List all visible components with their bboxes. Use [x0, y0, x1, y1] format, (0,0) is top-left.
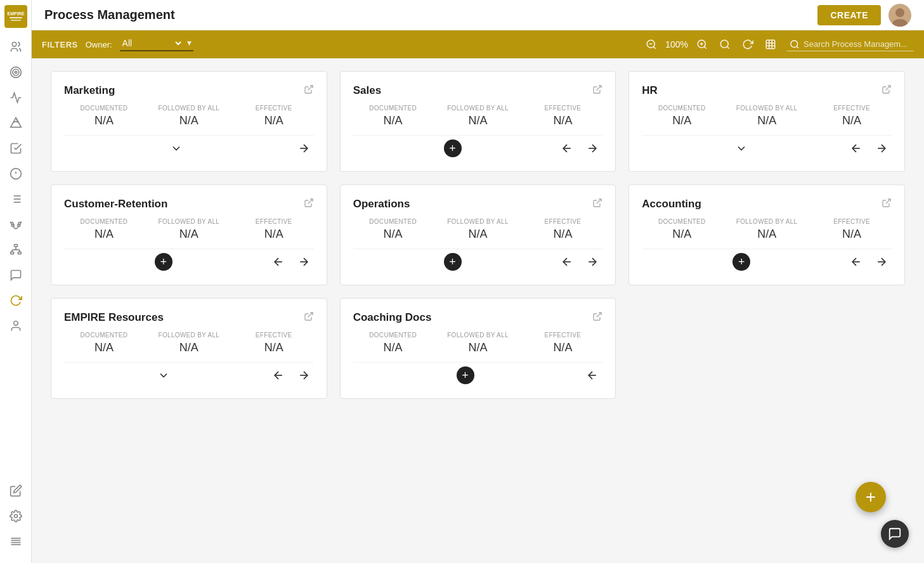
- sidebar-item-contact[interactable]: [4, 314, 27, 337]
- search-bar[interactable]: [787, 38, 914, 51]
- sidebar-item-menu-lines[interactable]: [4, 530, 27, 553]
- svg-line-40: [704, 46, 706, 48]
- card-coaching-docs: Coaching Docs Documented N/A Followed By…: [340, 298, 616, 399]
- card-header-er: EMPIRE Resources: [64, 311, 314, 324]
- arrow-left-btn-hr[interactable]: [846, 138, 866, 159]
- chevron-down-btn-er[interactable]: [153, 365, 174, 385]
- add-btn-sales[interactable]: +: [444, 139, 462, 157]
- sidebar-item-chart[interactable]: [4, 86, 27, 109]
- card-operations: Operations Documented N/A Followed By Al…: [340, 184, 616, 285]
- main-content: Process Management CREATE FILTERS Owner:…: [32, 0, 924, 563]
- followed-label: Followed By All: [149, 105, 229, 112]
- arrow-right-btn-hr[interactable]: [871, 138, 892, 159]
- card-footer-cr: +: [64, 249, 314, 272]
- card-header-cd: Coaching Docs: [353, 311, 603, 324]
- header: Process Management CREATE: [32, 0, 924, 30]
- arrow-left-btn-er[interactable]: [268, 365, 289, 385]
- arrow-right-btn-acct[interactable]: [871, 252, 892, 272]
- add-btn-ops[interactable]: +: [444, 253, 462, 271]
- owner-select[interactable]: All: [120, 37, 183, 49]
- arrow-right-btn-marketing[interactable]: [294, 138, 314, 159]
- card-title-ops: Operations: [353, 198, 410, 210]
- svg-rect-20: [14, 245, 17, 247]
- sidebar-item-mountain[interactable]: [4, 112, 27, 134]
- sidebar-item-target[interactable]: [4, 61, 27, 84]
- chat-button[interactable]: [881, 520, 909, 548]
- card-header-sales: Sales: [353, 84, 603, 97]
- sidebar-item-messages[interactable]: [4, 264, 27, 287]
- card-header-hr: HR: [642, 84, 892, 97]
- external-link-icon-cr[interactable]: [304, 198, 314, 210]
- card-title-er: EMPIRE Resources: [64, 311, 164, 324]
- external-link-icon-hr[interactable]: [882, 84, 892, 97]
- add-btn-cr[interactable]: +: [155, 253, 172, 271]
- svg-line-54: [597, 86, 601, 90]
- svg-point-28: [14, 515, 17, 518]
- card-customer-retention: Customer-Retention Documented N/A Follow…: [51, 184, 327, 285]
- stat-followed-col: Followed By All N/A: [149, 105, 229, 127]
- create-button[interactable]: CREATE: [817, 5, 881, 25]
- zoom-in-icon[interactable]: [693, 36, 711, 53]
- external-link-icon-marketing[interactable]: [304, 84, 314, 97]
- card-stats-ops: Documented N/A Followed By All N/A Effec…: [353, 218, 603, 241]
- arrow-left-btn-ops[interactable]: [557, 252, 577, 272]
- refresh-icon[interactable]: [739, 36, 757, 53]
- svg-point-27: [13, 321, 18, 326]
- sidebar-item-binoculars[interactable]: [4, 213, 27, 236]
- arrow-left-btn-cr[interactable]: [268, 252, 289, 272]
- chevron-down-btn-marketing[interactable]: [166, 138, 186, 159]
- svg-point-34: [895, 8, 904, 17]
- arrow-left-btn-cd[interactable]: [582, 365, 602, 385]
- card-stats-marketing: Documented N/A Followed By All N/A Effec…: [64, 105, 314, 127]
- owner-select-wrap[interactable]: All ▼: [120, 37, 193, 51]
- zoom-out-icon[interactable]: [642, 36, 660, 53]
- owner-label: Owner:: [86, 40, 112, 49]
- svg-line-69: [308, 313, 312, 317]
- effective-label: Effective: [234, 105, 314, 112]
- arrow-right-btn-sales[interactable]: [582, 138, 602, 159]
- sidebar-item-edit[interactable]: [4, 479, 27, 502]
- card-title-cr: Customer-Retention: [64, 198, 167, 210]
- card-title-marketing: Marketing: [64, 84, 115, 97]
- card-footer-sales: +: [353, 135, 603, 159]
- fab-add-button[interactable]: +: [856, 482, 886, 512]
- avatar[interactable]: [888, 4, 911, 27]
- search-zoom-icon[interactable]: [716, 36, 734, 53]
- external-link-icon-acct[interactable]: [882, 198, 892, 210]
- sidebar-logo[interactable]: EMPIRE: [4, 5, 27, 28]
- sidebar-item-org[interactable]: [4, 238, 27, 261]
- card-header-cr: Customer-Retention: [64, 198, 314, 210]
- card-title-acct: Accounting: [642, 198, 701, 210]
- sidebar-item-people[interactable]: [4, 36, 27, 58]
- chevron-down-btn-hr[interactable]: [731, 138, 752, 159]
- card-header-marketing: Marketing: [64, 84, 314, 97]
- external-link-icon-cd[interactable]: [592, 311, 602, 324]
- card-title-sales: Sales: [353, 84, 381, 97]
- external-link-icon-ops[interactable]: [592, 198, 602, 210]
- arrow-right-btn-ops[interactable]: [582, 252, 602, 272]
- sidebar-item-list[interactable]: [4, 188, 27, 210]
- stat-effective-col-sales: Effective N/A: [523, 105, 602, 127]
- arrow-left-btn-acct[interactable]: [846, 252, 866, 272]
- external-link-icon-er[interactable]: [304, 311, 314, 324]
- stat-documented-col-sales: Documented N/A: [353, 105, 433, 127]
- arrow-right-btn-er[interactable]: [294, 365, 314, 385]
- add-btn-cd[interactable]: +: [457, 366, 474, 384]
- sidebar-item-refresh[interactable]: [4, 289, 27, 312]
- card-footer-acct: +: [642, 249, 892, 272]
- arrow-left-btn-sales[interactable]: [557, 138, 577, 159]
- external-link-icon-sales[interactable]: [592, 84, 602, 97]
- add-btn-acct[interactable]: +: [732, 253, 750, 271]
- card-stats-cr: Documented N/A Followed By All N/A Effec…: [64, 218, 314, 241]
- card-footer-hr: [642, 135, 892, 159]
- table-icon[interactable]: [762, 36, 779, 53]
- sidebar-item-alert[interactable]: [4, 162, 27, 185]
- sidebar-item-check[interactable]: [4, 137, 27, 160]
- search-input[interactable]: [804, 39, 910, 49]
- stat-documented-col: Documented N/A: [64, 105, 144, 127]
- card-stats-sales: Documented N/A Followed By All N/A Effec…: [353, 105, 603, 127]
- sidebar-item-settings[interactable]: [4, 505, 27, 527]
- card-stats-acct: Documented N/A Followed By All N/A Effec…: [642, 218, 892, 241]
- zoom-level: 100%: [665, 39, 688, 49]
- arrow-right-btn-cr[interactable]: [294, 252, 314, 272]
